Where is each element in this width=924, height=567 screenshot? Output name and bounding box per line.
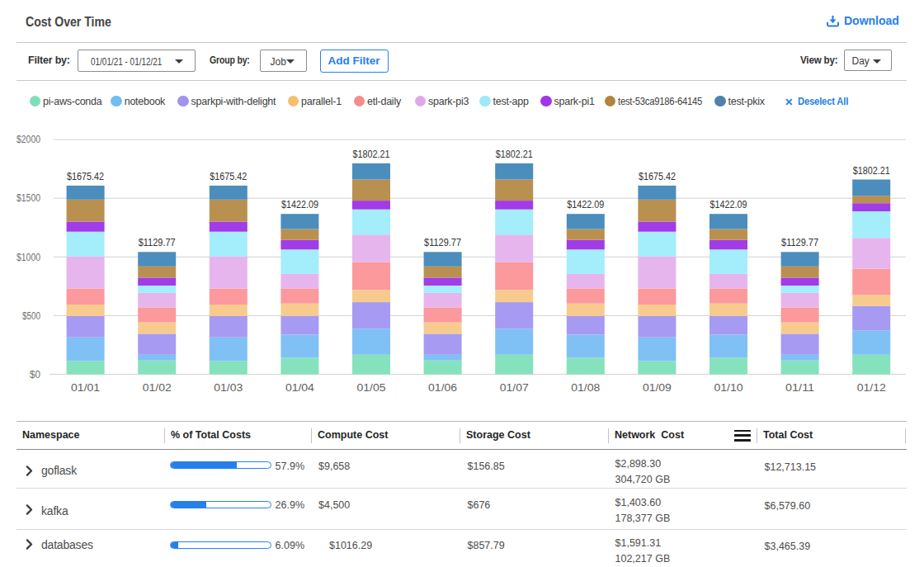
svg-text:01/08: 01/08 <box>571 382 600 394</box>
svg-text:$1129.77: $1129.77 <box>424 236 461 248</box>
svg-text:01/03: 01/03 <box>214 382 243 394</box>
svg-text:01/10: 01/10 <box>714 382 743 394</box>
svg-text:$1129.77: $1129.77 <box>781 236 818 248</box>
svg-text:$1802.21: $1802.21 <box>496 148 533 160</box>
svg-text:01/02: 01/02 <box>143 382 172 394</box>
svg-text:$1000: $1000 <box>16 252 40 263</box>
svg-text:$1802.21: $1802.21 <box>853 164 890 177</box>
svg-text:$1422.09: $1422.09 <box>567 198 604 210</box>
svg-text:$0: $0 <box>30 369 40 380</box>
svg-text:$500: $500 <box>22 310 40 322</box>
svg-text:$1500: $1500 <box>16 192 40 204</box>
svg-text:01/04: 01/04 <box>285 382 314 394</box>
svg-text:$1422.09: $1422.09 <box>710 198 747 210</box>
svg-text:$1422.09: $1422.09 <box>281 198 318 210</box>
svg-text:01/01: 01/01 <box>71 382 100 394</box>
svg-text:$2000: $2000 <box>16 134 40 145</box>
svg-text:01/12: 01/12 <box>857 382 886 394</box>
svg-text:01/11: 01/11 <box>785 382 814 394</box>
svg-text:$1802.21: $1802.21 <box>353 148 390 160</box>
svg-text:01/05: 01/05 <box>357 382 386 394</box>
svg-text:$1675.42: $1675.42 <box>210 170 247 182</box>
svg-text:$1675.42: $1675.42 <box>67 170 104 182</box>
svg-text:$1675.42: $1675.42 <box>639 170 676 182</box>
svg-text:01/06: 01/06 <box>428 382 457 394</box>
svg-text:01/09: 01/09 <box>643 382 672 394</box>
svg-text:$1129.77: $1129.77 <box>139 236 176 248</box>
svg-text:01/07: 01/07 <box>500 382 529 394</box>
